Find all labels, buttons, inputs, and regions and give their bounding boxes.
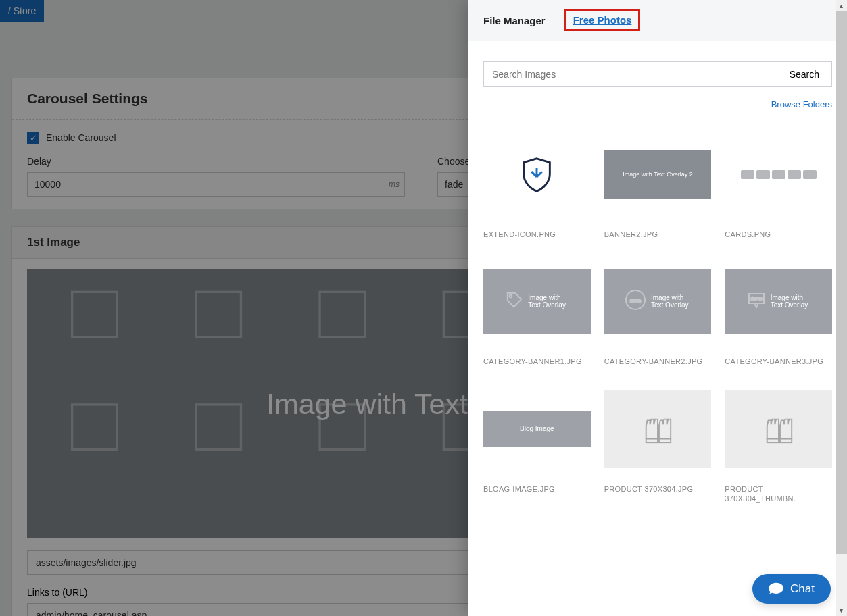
thumbnail bbox=[483, 126, 591, 223]
category-text: Image with Text Overlay bbox=[771, 294, 811, 309]
thumbnail bbox=[604, 380, 712, 478]
search-input[interactable] bbox=[483, 61, 777, 87]
image-item[interactable]: 50%Image with Text OverlayCATEGORY-BANNE… bbox=[604, 253, 712, 366]
image-item[interactable]: PRODUCT-370X304.JPG bbox=[604, 380, 712, 504]
amex-card-icon bbox=[803, 170, 817, 179]
thumbnail-label: CATEGORY-BANNER2.JPG bbox=[604, 357, 712, 366]
gloves-icon bbox=[759, 413, 798, 445]
thumbnail-label: CARDS.PNG bbox=[725, 230, 832, 239]
thumbnail-label: EXTEND-ICON.PNG bbox=[483, 230, 591, 239]
image-item[interactable]: EXTEND-ICON.PNG bbox=[483, 126, 591, 239]
scrollbar[interactable]: ▲ ▼ bbox=[836, 0, 847, 616]
scrollbar-thumb[interactable] bbox=[836, 0, 847, 554]
svg-point-24 bbox=[510, 295, 512, 298]
discover-card-icon bbox=[788, 170, 801, 179]
svg-rect-30 bbox=[659, 438, 671, 442]
thumbnail-label: PRODUCT-370X304.JPG bbox=[604, 484, 712, 494]
thumbnail: Image with Text Overlay 2 bbox=[604, 126, 712, 223]
scroll-up-arrow[interactable]: ▲ bbox=[836, 0, 847, 11]
svg-text:INFO: INFO bbox=[750, 297, 762, 301]
scroll-down-arrow[interactable]: ▼ bbox=[836, 605, 847, 616]
svg-rect-32 bbox=[780, 438, 792, 442]
tab-free-photos[interactable]: Free Photos bbox=[573, 11, 632, 28]
category-tag-icon: INFO bbox=[746, 290, 767, 313]
category-text: Image with Text Overlay bbox=[528, 294, 568, 309]
image-item[interactable]: INFOImage with Text OverlayCATEGORY-BANN… bbox=[725, 253, 832, 366]
svg-text:50%: 50% bbox=[630, 298, 641, 304]
chat-icon bbox=[769, 582, 783, 596]
thumbnail-label: BANNER2.JPG bbox=[604, 230, 712, 239]
thumbnail bbox=[725, 126, 832, 223]
category-text: Image with Text Overlay bbox=[651, 294, 692, 309]
thumbnail: 50%Image with Text Overlay bbox=[604, 253, 712, 350]
tab-file-manager[interactable]: File Manager bbox=[483, 12, 546, 29]
thumbnail: INFOImage with Text Overlay bbox=[725, 253, 832, 350]
paypal-card-icon bbox=[756, 170, 770, 179]
thumbnail-label: PRODUCT-370X304_THUMBN. bbox=[725, 484, 832, 504]
svg-rect-29 bbox=[646, 438, 658, 442]
visa-card-icon bbox=[741, 170, 754, 179]
file-manager-drawer: File Manager Free Photos Search Browse F… bbox=[468, 0, 847, 616]
shield-icon bbox=[517, 155, 556, 194]
svg-rect-31 bbox=[767, 438, 778, 442]
image-item[interactable]: PRODUCT-370X304_THUMBN. bbox=[725, 380, 832, 504]
search-button[interactable]: Search bbox=[777, 61, 832, 87]
thumbnail-label: CATEGORY-BANNER1.JPG bbox=[483, 357, 591, 366]
blog-text: Blog Image bbox=[520, 425, 554, 432]
category-tag-icon bbox=[505, 290, 524, 312]
mastercard-icon bbox=[772, 170, 785, 179]
image-item[interactable]: Image with Text Overlay 2BANNER2.JPG bbox=[604, 126, 712, 239]
thumbnail: Blog Image bbox=[483, 380, 591, 478]
chat-widget[interactable]: Chat bbox=[752, 574, 831, 604]
chat-label: Chat bbox=[790, 582, 815, 596]
browse-folders-link[interactable]: Browse Folders bbox=[483, 99, 832, 109]
thumbnail-label: BLOAG-IMAGE.JPG bbox=[483, 484, 591, 494]
thumbnail-label: CATEGORY-BANNER3.JPG bbox=[725, 357, 832, 366]
image-item[interactable]: Blog ImageBLOAG-IMAGE.JPG bbox=[483, 380, 591, 504]
image-item[interactable]: Image with Text OverlayCATEGORY-BANNER1.… bbox=[483, 253, 591, 366]
thumbnail: Image with Text Overlay bbox=[483, 253, 591, 350]
banner-text: Image with Text Overlay 2 bbox=[623, 171, 692, 178]
gloves-icon bbox=[638, 413, 677, 445]
thumbnail bbox=[725, 380, 832, 478]
image-item[interactable]: CARDS.PNG bbox=[725, 126, 832, 239]
category-tag-icon: 50% bbox=[624, 288, 647, 314]
